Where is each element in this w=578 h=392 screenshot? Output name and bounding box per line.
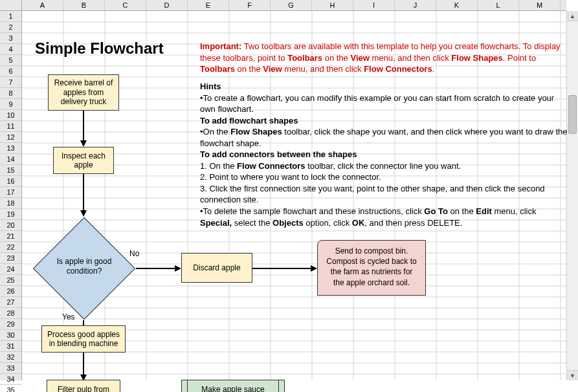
row-header[interactable]: 12 — [0, 132, 21, 143]
row-header[interactable]: 4 — [0, 44, 21, 55]
shape-text: Receive barrel of apples from delivery t… — [51, 78, 116, 106]
row-header[interactable]: 22 — [0, 242, 21, 253]
row-header[interactable]: 11 — [0, 121, 21, 132]
row-header[interactable]: 3 — [0, 33, 21, 44]
hints-block: Hints •To create a flowchart, you can mo… — [200, 81, 569, 228]
row-header[interactable]: 33 — [0, 363, 21, 374]
row-header[interactable]: 15 — [0, 165, 21, 176]
connector-arrow[interactable] — [83, 174, 84, 212]
flowchart-title: Simple Flowchart — [35, 39, 164, 58]
worksheet-area[interactable]: Simple Flowchart Important: Two toolbars… — [22, 11, 566, 380]
shape-text: Process good apples in blending machine — [45, 330, 122, 349]
column-header[interactable]: H — [312, 0, 353, 10]
shape-receive-barrel[interactable]: Receive barrel of apples from delivery t… — [48, 74, 119, 111]
row-header[interactable]: 35 — [0, 385, 21, 392]
row-header[interactable]: 8 — [0, 88, 21, 99]
shape-text: Is apple in good condition? — [45, 257, 123, 276]
connector-arrow[interactable] — [83, 353, 84, 376]
column-header[interactable]: I — [353, 0, 395, 10]
row-header[interactable]: 20 — [0, 220, 21, 231]
selectall-corner[interactable] — [0, 0, 22, 11]
row-header[interactable]: 29 — [0, 319, 21, 330]
connector-arrow[interactable] — [252, 268, 312, 269]
hints-line: •To create a flowchart, you can modify t… — [200, 93, 569, 115]
column-header[interactable]: L — [478, 0, 519, 10]
row-header[interactable]: 13 — [0, 143, 21, 154]
row-header[interactable]: 27 — [0, 297, 21, 308]
shape-text: Discard apple — [193, 263, 240, 272]
row-headers: 1234567891011121314151617181920212223242… — [0, 11, 22, 380]
row-header[interactable]: 1 — [0, 11, 21, 22]
column-header[interactable]: D — [146, 0, 188, 10]
arrow-head-down-icon — [80, 140, 87, 147]
column-header[interactable]: A — [22, 0, 63, 10]
arrow-head-right-icon — [311, 265, 317, 272]
row-header[interactable]: 26 — [0, 286, 21, 297]
row-header[interactable]: 5 — [0, 55, 21, 66]
column-header[interactable]: B — [63, 0, 105, 10]
column-header[interactable]: J — [395, 0, 436, 10]
connector-arrow[interactable] — [83, 320, 84, 325]
connector-arrow[interactable] — [136, 268, 176, 269]
row-header[interactable]: 19 — [0, 209, 21, 220]
row-header[interactable]: 24 — [0, 264, 21, 275]
row-header[interactable]: 21 — [0, 231, 21, 242]
hints-line: Special, select the Objects option, clic… — [200, 217, 569, 229]
decision-label-no: No — [129, 249, 139, 258]
shape-text: Make apple sauce — [201, 385, 264, 392]
row-header[interactable]: 18 — [0, 198, 21, 209]
shape-text: Filter pulp from — [58, 385, 109, 392]
scroll-up-arrow[interactable]: ▲ — [567, 11, 578, 21]
row-header[interactable]: 23 — [0, 253, 21, 264]
column-header[interactable]: C — [105, 0, 146, 10]
row-header[interactable]: 14 — [0, 154, 21, 165]
shape-process-blending[interactable]: Process good apples in blending machine — [41, 325, 126, 353]
row-header[interactable]: 16 — [0, 176, 21, 187]
shape-text: Inspect each apple — [56, 151, 111, 170]
important-label: Important: — [200, 41, 241, 51]
row-header[interactable]: 2 — [0, 22, 21, 33]
shape-inspect-apple[interactable]: Inspect each apple — [53, 147, 114, 174]
hints-subheading-connectors: To add connectors between the shapes — [200, 149, 569, 160]
row-header[interactable]: 17 — [0, 187, 21, 198]
arrow-head-right-icon — [175, 265, 181, 272]
hints-line: •To delete the sample flowchart and thes… — [200, 206, 569, 217]
shape-discard-apple[interactable]: Discard apple — [181, 253, 252, 283]
column-header[interactable]: G — [271, 0, 312, 10]
shape-callout-compost[interactable]: Send to compost bin. Compost is cycled b… — [317, 240, 426, 296]
column-header[interactable]: K — [436, 0, 478, 10]
row-header[interactable]: 32 — [0, 352, 21, 363]
row-header[interactable]: 28 — [0, 308, 21, 319]
row-header[interactable]: 31 — [0, 341, 21, 352]
scroll-down-arrow[interactable]: ▼ — [567, 370, 578, 380]
row-header[interactable]: 6 — [0, 66, 21, 77]
row-header[interactable]: 34 — [0, 374, 21, 385]
row-header[interactable]: 25 — [0, 275, 21, 286]
connector-arrow[interactable] — [83, 111, 84, 142]
column-header[interactable]: E — [188, 0, 229, 10]
row-header[interactable]: 7 — [0, 77, 21, 88]
arrow-head-down-icon — [80, 210, 87, 217]
row-header[interactable]: 9 — [0, 99, 21, 110]
shape-make-sauce[interactable]: Make apple sauce — [181, 380, 285, 392]
column-header[interactable]: F — [229, 0, 271, 10]
shape-decision[interactable]: Is apple in good condition? — [32, 217, 136, 320]
scroll-thumb[interactable] — [568, 95, 577, 134]
column-headers: ABCDEFGHIJKLM — [22, 0, 566, 11]
hints-line: •On the Flow Shapes toolbar, click the s… — [200, 126, 569, 149]
decision-label-yes: Yes — [62, 312, 75, 321]
important-note: Important: Two toolbars are available wi… — [200, 41, 562, 75]
hints-line: 1. On the Flow Connectors toolbar, click… — [200, 160, 569, 172]
hints-subheading-shapes: To add flowchart shapes — [200, 115, 569, 127]
hints-line: 2. Point to where you want to lock the c… — [200, 171, 569, 183]
row-header[interactable]: 30 — [0, 330, 21, 341]
column-header[interactable]: M — [519, 0, 561, 10]
hints-line: 3. Click the first connection site you w… — [200, 183, 569, 206]
row-header[interactable]: 10 — [0, 110, 21, 121]
shape-filter-pulp[interactable]: Filter pulp from — [47, 380, 120, 392]
shape-text: Send to compost bin. Compost is cycled b… — [326, 246, 416, 287]
hints-heading: Hints — [200, 81, 569, 93]
